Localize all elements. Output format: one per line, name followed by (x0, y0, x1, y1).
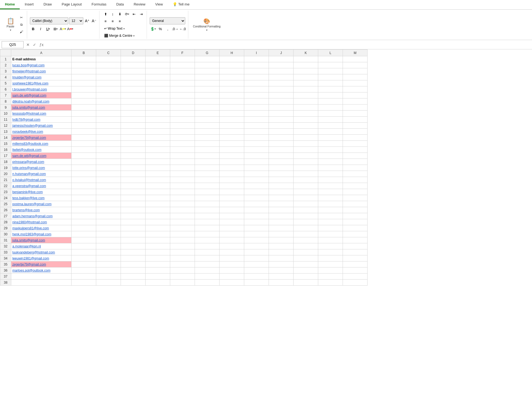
row-header-31[interactable]: 31 (0, 237, 11, 243)
cell-6-b[interactable] (72, 86, 96, 92)
cell-24-b[interactable] (72, 195, 96, 201)
cell-28-i[interactable] (244, 219, 269, 225)
cell-5-k[interactable] (294, 80, 318, 86)
cell-32-l[interactable] (318, 243, 343, 249)
cell-21-g[interactable] (195, 177, 220, 183)
cell-28-k[interactable] (294, 219, 318, 225)
cell-2-b[interactable] (72, 62, 96, 68)
cell-6-h[interactable] (220, 86, 244, 92)
cell-2-j[interactable] (269, 62, 294, 68)
cell-3-l[interactable] (318, 68, 343, 74)
tab-formulas[interactable]: Formulas (87, 0, 111, 9)
cell-24-i[interactable] (244, 195, 269, 201)
cell-26-b[interactable] (72, 207, 96, 213)
cell-23-c[interactable] (96, 189, 121, 195)
cell-30-i[interactable] (244, 231, 269, 237)
cell-18-e[interactable] (146, 159, 170, 165)
cell-6-e[interactable] (146, 86, 170, 92)
cell-33-k[interactable] (294, 249, 318, 255)
cell-3-j[interactable] (269, 68, 294, 74)
cell-3-b[interactable] (72, 68, 96, 74)
cell-link[interactable]: jamesschouten@gmail.com (12, 124, 53, 128)
cell-28-g[interactable] (195, 219, 220, 225)
cell-16-e[interactable] (146, 147, 170, 153)
cell-35-f[interactable] (170, 261, 195, 267)
col-header-a[interactable]: A (11, 50, 72, 56)
cell-15-m[interactable] (343, 141, 368, 147)
cell-23-a[interactable]: benjamink@live.com (11, 189, 72, 195)
cell-21-c[interactable] (96, 177, 121, 183)
cell-link[interactable]: liwliet@outlook.com (12, 148, 41, 152)
align-right-button[interactable]: ≡ (116, 18, 123, 24)
cell-14-f[interactable] (170, 135, 195, 141)
cell-23-e[interactable] (146, 189, 170, 195)
cell-5-h[interactable] (220, 80, 244, 86)
cell-28-d[interactable] (121, 219, 146, 225)
cell-32-i[interactable] (244, 243, 269, 249)
insert-function-icon[interactable]: ƒx (38, 42, 45, 47)
cell-17-d[interactable] (121, 153, 146, 159)
cell-32-h[interactable] (220, 243, 244, 249)
cell-26-c[interactable] (96, 207, 121, 213)
cell-3-a[interactable]: finmeijer@hotmail.com (11, 68, 72, 74)
cell-21-i[interactable] (244, 177, 269, 183)
cell-8-g[interactable] (195, 98, 220, 105)
cell-29-e[interactable] (146, 225, 170, 231)
cell-36-l[interactable] (318, 267, 343, 274)
cell-32-e[interactable] (146, 243, 170, 249)
bold-button[interactable]: B (30, 26, 36, 32)
percent-button[interactable]: % (157, 26, 164, 32)
tab-draw[interactable]: Draw (39, 0, 57, 9)
cell-2-c[interactable] (96, 62, 121, 68)
cell-15-h[interactable] (220, 141, 244, 147)
col-header-l[interactable]: L (318, 50, 343, 56)
row-header-23[interactable]: 23 (0, 189, 11, 195)
cell-34-g[interactable] (195, 255, 220, 261)
cell-10-i[interactable] (244, 111, 269, 117)
cell-36-c[interactable] (96, 267, 121, 274)
cell-12-k[interactable] (294, 123, 318, 129)
cell-31-k[interactable] (294, 237, 318, 243)
cell-3-k[interactable] (294, 68, 318, 74)
row-header-26[interactable]: 26 (0, 207, 11, 213)
cell-26-g[interactable] (195, 207, 220, 213)
col-header-h[interactable]: H (220, 50, 244, 56)
cell-23-f[interactable] (170, 189, 195, 195)
cell-31-e[interactable] (146, 237, 170, 243)
row-header-25[interactable]: 25 (0, 201, 11, 207)
cell-5-f[interactable] (170, 80, 195, 86)
cell-12-l[interactable] (318, 123, 343, 129)
cell-16-g[interactable] (195, 147, 220, 153)
cell-36-j[interactable] (269, 267, 294, 274)
cell-11-b[interactable] (72, 117, 96, 123)
cell-4-g[interactable] (195, 74, 220, 80)
cell-38-d[interactable] (121, 280, 146, 286)
align-middle-button[interactable]: ↕ (109, 11, 116, 17)
cell-link[interactable]: brartens@live.com (12, 208, 40, 212)
col-header-i[interactable]: I (244, 50, 269, 56)
cell-9-f[interactable] (170, 105, 195, 111)
cell-34-e[interactable] (146, 255, 170, 261)
cell-28-m[interactable] (343, 219, 368, 225)
cell-22-h[interactable] (220, 183, 244, 189)
cell-35-i[interactable] (244, 261, 269, 267)
cell-1-a[interactable]: E-mail address (11, 56, 72, 62)
decrease-decimal-button[interactable]: .0→ (172, 26, 178, 32)
cell-16-j[interactable] (269, 147, 294, 153)
cell-1-e[interactable] (146, 56, 170, 62)
cell-31-h[interactable] (220, 237, 244, 243)
cell-link[interactable]: a.veenstra@gmail.com (12, 184, 46, 188)
indent-increase-button[interactable]: ⇥ (138, 11, 144, 17)
cell-38-k[interactable] (294, 280, 318, 286)
cell-38-a[interactable] (11, 280, 72, 286)
col-header-g[interactable]: G (195, 50, 220, 56)
cell-4-c[interactable] (96, 74, 121, 80)
tab-review[interactable]: Review (129, 0, 150, 9)
cell-7-e[interactable] (146, 92, 170, 98)
cell-17-j[interactable] (269, 153, 294, 159)
cell-30-m[interactable] (343, 231, 368, 237)
cell-10-l[interactable] (318, 111, 343, 117)
cell-18-d[interactable] (121, 159, 146, 165)
cell-9-b[interactable] (72, 105, 96, 111)
cell-5-c[interactable] (96, 80, 121, 86)
